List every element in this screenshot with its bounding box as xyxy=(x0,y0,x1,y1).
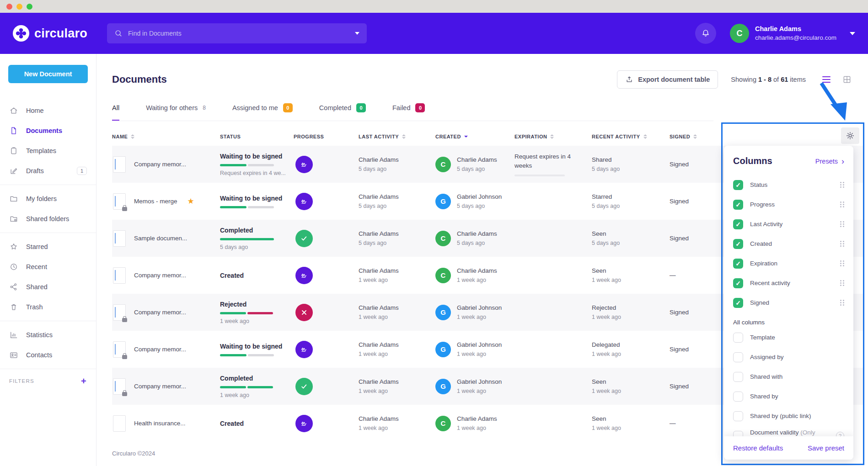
drag-handle-icon[interactable] xyxy=(840,300,844,306)
sidebar-item-documents[interactable]: Documents xyxy=(0,121,96,141)
sidebar-item-drafts[interactable]: Drafts 1 xyxy=(0,161,96,181)
sidebar-item-shared[interactable]: Shared xyxy=(0,277,96,297)
tab-failed[interactable]: Failed0 xyxy=(392,103,425,121)
column-header-name[interactable]: NAME xyxy=(112,134,220,139)
save-preset-link[interactable]: Save preset xyxy=(808,444,844,452)
creator-name: Gabriel Johnson xyxy=(457,341,502,348)
drag-handle-icon[interactable] xyxy=(840,201,844,208)
cross-progress-icon xyxy=(295,304,313,321)
last-activity-user: Charlie Adams xyxy=(359,415,435,422)
sidebar-item-statistics[interactable]: Statistics xyxy=(0,325,96,345)
minimize-window-button[interactable] xyxy=(16,4,22,10)
user-email: charlie.adams@circularo.com xyxy=(755,34,836,42)
sidebar-item-home[interactable]: Home xyxy=(0,101,96,121)
drag-handle-icon[interactable] xyxy=(840,280,844,286)
notifications-button[interactable] xyxy=(695,23,716,44)
document-name: Sample documen... xyxy=(134,235,187,242)
checkbox-checked[interactable]: ✓ xyxy=(733,278,743,288)
sidebar-item-recent[interactable]: Recent xyxy=(0,257,96,277)
signed-status: Signed xyxy=(670,198,712,205)
creator-name: Charlie Adams xyxy=(457,267,497,274)
recent-activity-label: Seen xyxy=(592,267,670,274)
zoom-window-button[interactable] xyxy=(27,4,32,10)
search-input[interactable] xyxy=(128,30,349,37)
new-document-button[interactable]: New Document xyxy=(8,65,88,83)
starred-icon[interactable]: ★ xyxy=(188,196,194,206)
sidebar-item-my-folders[interactable]: My folders xyxy=(0,189,96,209)
tab-badge: 0 xyxy=(415,103,425,112)
filters-section: FILTERS + xyxy=(0,376,96,386)
status-label: Waiting to be signed xyxy=(220,195,294,202)
document-thumbnail xyxy=(113,341,126,358)
drag-handle-icon[interactable] xyxy=(840,182,844,188)
signature-progress-icon xyxy=(295,341,313,358)
document-icon xyxy=(9,126,18,135)
presets-link[interactable]: Presets› xyxy=(815,157,844,165)
status-progress-bar xyxy=(220,312,274,314)
recent-activity-time: 1 week ago xyxy=(592,314,670,320)
search-scope-caret-icon[interactable] xyxy=(355,32,359,35)
signature-progress-icon xyxy=(295,156,313,173)
close-window-button[interactable] xyxy=(6,4,12,10)
clipboard-icon xyxy=(9,146,18,155)
signed-status: Signed xyxy=(670,161,712,168)
signed-status: Signed xyxy=(670,235,712,242)
sidebar-item-templates[interactable]: Templates xyxy=(0,141,96,161)
column-header-created[interactable]: CREATED xyxy=(435,134,514,139)
column-header-status[interactable]: STATUS xyxy=(220,134,294,139)
creator-name: Charlie Adams xyxy=(457,156,497,163)
last-activity-user: Charlie Adams xyxy=(359,230,435,237)
last-activity-time: 1 week ago xyxy=(359,314,435,320)
drag-handle-icon[interactable] xyxy=(840,221,844,228)
checkbox-unchecked[interactable] xyxy=(733,372,743,382)
column-header-signed[interactable]: SIGNED xyxy=(670,134,712,139)
drag-handle-icon[interactable] xyxy=(840,260,844,267)
divider xyxy=(0,233,96,233)
grid-view-button[interactable] xyxy=(842,75,852,84)
checkbox-unchecked[interactable] xyxy=(733,392,743,402)
column-header-recent-activity[interactable]: RECENT ACTIVITY xyxy=(592,134,670,139)
creator-avatar: C xyxy=(435,231,451,246)
user-menu[interactable]: C Charlie Adams charlie.adams@circularo.… xyxy=(730,24,855,43)
creator-avatar: G xyxy=(435,194,451,209)
brand-logo[interactable]: circularo xyxy=(13,25,96,42)
tab-waiting-for-others[interactable]: Waiting for others8 xyxy=(146,103,206,121)
column-settings-button[interactable] xyxy=(841,127,859,144)
checkbox-checked[interactable]: ✓ xyxy=(733,239,743,249)
checkbox-checked[interactable]: ✓ xyxy=(733,219,743,229)
document-thumbnail xyxy=(113,304,126,321)
sidebar-item-contacts[interactable]: Contacts xyxy=(0,345,96,365)
column-header-expiration[interactable]: EXPIRATION xyxy=(514,134,592,139)
sidebar-item-shared-folders[interactable]: Shared folders xyxy=(0,209,96,229)
checkbox-checked[interactable]: ✓ xyxy=(733,200,743,210)
add-filter-button[interactable]: + xyxy=(81,376,87,386)
gear-icon xyxy=(846,131,855,140)
tab-completed[interactable]: Completed0 xyxy=(319,103,366,121)
last-activity-time: 5 days ago xyxy=(359,203,435,209)
creator-name: Charlie Adams xyxy=(457,415,497,422)
list-view-button[interactable] xyxy=(822,76,830,83)
tab-count: 8 xyxy=(203,105,206,111)
drag-handle-icon[interactable] xyxy=(840,241,844,247)
restore-defaults-link[interactable]: Restore defaults xyxy=(733,444,783,452)
document-thumbnail xyxy=(113,415,126,432)
tab-assigned-to-me[interactable]: Assigned to me0 xyxy=(232,103,293,121)
last-activity-user: Charlie Adams xyxy=(359,378,435,385)
column-header-last-activity[interactable]: LAST ACTIVITY xyxy=(359,134,435,139)
column-header-progress[interactable]: PROGRESS xyxy=(294,134,359,139)
checkbox-checked[interactable]: ✓ xyxy=(733,298,743,308)
created-time: 1 week ago xyxy=(457,388,502,394)
checkbox-unchecked[interactable] xyxy=(733,352,743,362)
recent-activity-time: 1 week ago xyxy=(592,351,670,357)
checkbox-checked[interactable]: ✓ xyxy=(733,259,743,269)
export-document-table-button[interactable]: Export document table xyxy=(617,70,718,89)
checkbox-unchecked[interactable] xyxy=(733,333,743,343)
checkbox-unchecked[interactable] xyxy=(733,411,743,421)
status-label: Completed xyxy=(220,375,294,382)
search-bar[interactable] xyxy=(107,23,367,43)
checkbox-checked[interactable]: ✓ xyxy=(733,180,743,190)
tab-all[interactable]: All xyxy=(112,103,119,121)
sidebar-item-trash[interactable]: Trash xyxy=(0,297,96,317)
sidebar-item-starred[interactable]: Starred xyxy=(0,237,96,257)
status-label: Waiting to be signed xyxy=(220,153,294,160)
